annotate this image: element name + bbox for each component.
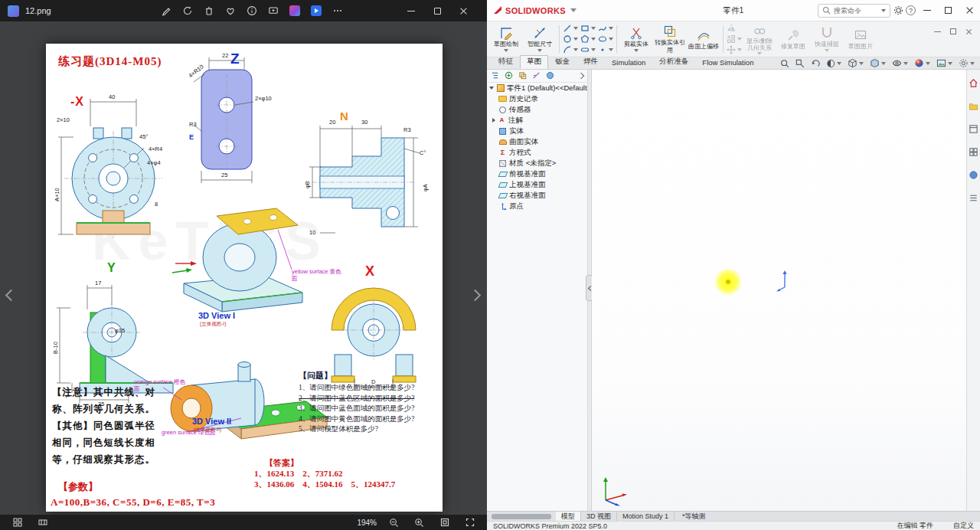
next-image-icon[interactable] <box>469 290 482 302</box>
tree-item-annotations[interactable]: A注解 <box>487 115 587 126</box>
rectangle-tool-icon[interactable] <box>580 23 596 34</box>
smart-dimension-button[interactable]: 智能尺寸 <box>524 23 556 55</box>
quick-snaps-button[interactable]: 快速捕捉 <box>811 23 843 55</box>
tab-3d-views[interactable]: 3D 视图 <box>581 512 617 521</box>
dimxpertmanager-icon[interactable] <box>532 71 541 81</box>
doc-restore-icon[interactable] <box>950 28 956 34</box>
tree-item-history[interactable]: 历史记录 <box>487 93 587 104</box>
offset-on-surface-button[interactable]: 曲面上偏移 <box>688 23 720 55</box>
gallery-icon[interactable] <box>8 514 27 530</box>
previous-image-icon[interactable] <box>5 290 18 302</box>
convert-entities-button[interactable]: 转换实体引用 <box>654 23 686 55</box>
view-orientation-icon[interactable] <box>848 58 864 68</box>
section-view-icon[interactable] <box>826 59 841 68</box>
design-library-icon[interactable] <box>969 100 978 114</box>
more-options-icon[interactable] <box>328 2 348 19</box>
minimize-button[interactable] <box>398 1 424 21</box>
move-entities-icon[interactable] <box>727 44 742 55</box>
tree-item-surface-bodies[interactable]: 曲面实体 <box>487 136 587 147</box>
tree-item-origin[interactable]: 原点 <box>487 201 587 211</box>
tab-model[interactable]: 模型 <box>556 512 581 521</box>
tree-item-right-plane[interactable]: 右视基准面 <box>487 190 587 201</box>
view-settings-icon[interactable] <box>959 58 975 68</box>
favorite-icon[interactable] <box>221 2 240 19</box>
command-search[interactable] <box>818 4 890 18</box>
display-relations-button[interactable]: 显示/删除几何关系 <box>743 23 776 55</box>
search-dropdown-icon[interactable] <box>881 9 886 12</box>
spline-tool-icon[interactable] <box>598 23 613 34</box>
linear-pattern-icon[interactable] <box>727 34 742 44</box>
dropdown-icon[interactable] <box>825 49 829 52</box>
tab-sketch[interactable]: 草图 <box>520 55 548 69</box>
dropdown-icon[interactable] <box>634 49 639 52</box>
point-tool-icon[interactable] <box>598 44 613 55</box>
tab-scroll-slider[interactable] <box>492 514 551 519</box>
tab-motion-study[interactable]: Motion Study 1 <box>617 512 675 521</box>
help-icon[interactable]: ? <box>906 5 916 15</box>
propertymanager-icon[interactable] <box>505 71 513 81</box>
appearances-icon[interactable] <box>969 169 978 183</box>
tree-item-equations[interactable]: Σ方程式 <box>487 147 587 158</box>
doc-minimize-icon[interactable] <box>934 31 941 32</box>
polygon-tool-icon[interactable] <box>580 34 596 44</box>
configurationmanager-icon[interactable] <box>518 71 527 81</box>
zoom-in-icon[interactable] <box>410 514 429 530</box>
expand-icon[interactable] <box>489 87 494 90</box>
doc-close-icon[interactable] <box>965 28 972 35</box>
panel-expand-icon[interactable] <box>578 73 584 79</box>
view-palette-icon[interactable] <box>969 146 978 160</box>
mirror-entities-icon[interactable] <box>727 23 742 34</box>
arc-tool-icon[interactable] <box>563 44 578 55</box>
ellipse-tool-icon[interactable] <box>598 34 613 44</box>
slot-tool-icon[interactable] <box>580 44 596 55</box>
search-input[interactable] <box>834 7 878 15</box>
zoom-area-icon[interactable] <box>795 59 805 68</box>
tree-item-sensors[interactable]: 传感器 <box>487 104 587 115</box>
zoom-out-icon[interactable] <box>384 514 403 530</box>
dropdown-icon[interactable] <box>537 49 542 52</box>
rotate-icon[interactable] <box>178 2 198 19</box>
tree-item-top-plane[interactable]: 上视基准面 <box>487 179 587 190</box>
trim-entities-button[interactable]: 剪裁实体 <box>620 23 652 55</box>
sw-minimize-button[interactable] <box>923 10 931 11</box>
zoom-fit-icon[interactable] <box>780 59 789 68</box>
repair-sketch-button[interactable]: 修复草图 <box>777 23 809 55</box>
tree-item-front-plane[interactable]: 前视基准面 <box>487 168 587 179</box>
featuremanager-tree-icon[interactable] <box>491 71 499 81</box>
circle-tool-icon[interactable] <box>563 34 578 44</box>
file-explorer-icon[interactable] <box>969 123 978 137</box>
expand-icon[interactable] <box>492 118 495 123</box>
menu-expand-icon[interactable] <box>570 8 577 12</box>
tab-simulation[interactable]: Simulation <box>605 57 652 69</box>
tab-weldments[interactable]: 焊件 <box>577 55 605 69</box>
display-style-icon[interactable] <box>870 58 886 68</box>
dropdown-icon[interactable] <box>504 49 508 52</box>
tab-flow-simulation[interactable]: Flow Simulation <box>695 57 760 69</box>
sw-close-button[interactable] <box>965 6 974 15</box>
apply-scene-icon[interactable] <box>936 58 952 68</box>
settings-gear-icon[interactable] <box>890 3 906 18</box>
clipchamp-icon[interactable] <box>307 2 326 19</box>
designer-icon[interactable] <box>286 2 305 19</box>
delete-icon[interactable] <box>200 2 219 19</box>
close-button[interactable] <box>450 1 476 21</box>
edit-appearance-icon[interactable] <box>914 58 930 68</box>
tab-features[interactable]: 特征 <box>492 55 520 69</box>
fit-to-window-icon[interactable] <box>435 514 454 530</box>
status-units[interactable]: 自定义 <box>953 521 974 530</box>
filmstrip-icon[interactable] <box>33 514 52 530</box>
graphics-area[interactable] <box>592 70 966 511</box>
fullscreen-icon[interactable] <box>460 514 479 530</box>
previous-view-icon[interactable] <box>811 59 820 68</box>
sw-maximize-button[interactable] <box>945 7 952 14</box>
maximize-button[interactable] <box>424 1 450 21</box>
tree-item-solid-bodies[interactable]: 实体 <box>487 126 587 136</box>
tab-analysis-prep[interactable]: 分析准备 <box>652 55 695 69</box>
tree-item-material[interactable]: 材质 <未指定> <box>487 158 587 168</box>
hide-show-items-icon[interactable] <box>892 58 908 68</box>
info-icon[interactable] <box>243 2 262 19</box>
sketch-picture-button[interactable]: 草图图片 <box>844 23 877 55</box>
tree-root[interactable]: 零件1 (Default)<<Default>_Photo <box>487 83 587 93</box>
line-tool-icon[interactable] <box>563 23 578 34</box>
displaymanager-icon[interactable] <box>546 71 554 81</box>
